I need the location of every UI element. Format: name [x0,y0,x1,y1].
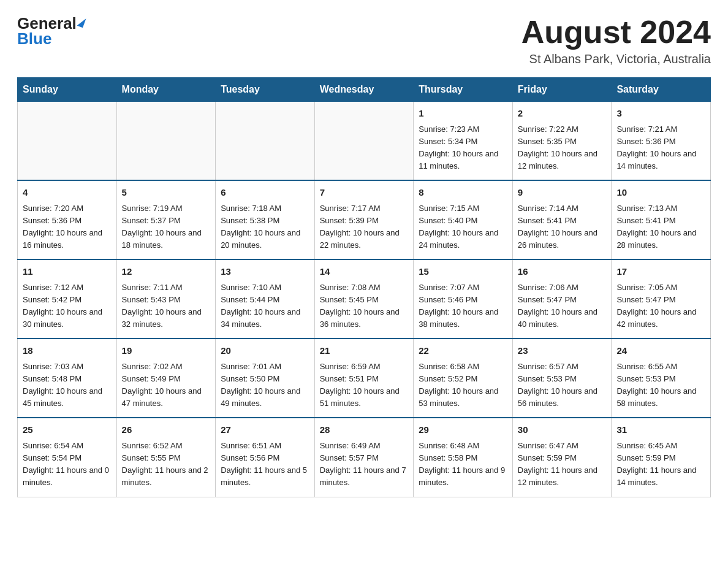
table-row: 10Sunrise: 7:13 AM Sunset: 5:41 PM Dayli… [612,180,711,259]
day-info: Sunrise: 6:49 AM Sunset: 5:57 PM Dayligh… [320,440,409,489]
day-info: Sunrise: 7:12 AM Sunset: 5:42 PM Dayligh… [23,282,112,331]
table-row: 15Sunrise: 7:07 AM Sunset: 5:46 PM Dayli… [414,259,513,339]
table-row: 3Sunrise: 7:21 AM Sunset: 5:36 PM Daylig… [612,102,711,181]
day-info: Sunrise: 7:19 AM Sunset: 5:37 PM Dayligh… [122,202,211,252]
day-number: 19 [122,344,211,358]
header-thursday: Thursday [414,78,513,102]
table-row: 4Sunrise: 7:20 AM Sunset: 5:36 PM Daylig… [18,180,117,259]
day-info: Sunrise: 6:57 AM Sunset: 5:53 PM Dayligh… [518,361,607,410]
day-number: 17 [616,265,705,279]
day-info: Sunrise: 7:10 AM Sunset: 5:44 PM Dayligh… [221,282,309,331]
day-number: 9 [518,186,607,200]
day-number: 26 [122,423,211,437]
day-info: Sunrise: 7:15 AM Sunset: 5:40 PM Dayligh… [419,202,507,252]
day-number: 16 [518,265,607,279]
day-number: 24 [616,344,705,358]
table-row: 23Sunrise: 6:57 AM Sunset: 5:53 PM Dayli… [512,339,612,418]
table-row: 20Sunrise: 7:01 AM Sunset: 5:50 PM Dayli… [216,339,315,418]
location-title: St Albans Park, Victoria, Australia [521,52,711,66]
table-row: 22Sunrise: 6:58 AM Sunset: 5:52 PM Dayli… [414,339,513,418]
day-info: Sunrise: 7:23 AM Sunset: 5:34 PM Dayligh… [419,123,507,173]
day-info: Sunrise: 6:48 AM Sunset: 5:58 PM Dayligh… [419,440,507,489]
day-info: Sunrise: 6:58 AM Sunset: 5:52 PM Dayligh… [419,361,507,410]
table-row: 2Sunrise: 7:22 AM Sunset: 5:35 PM Daylig… [512,102,612,181]
day-info: Sunrise: 7:14 AM Sunset: 5:41 PM Dayligh… [518,202,607,252]
day-info: Sunrise: 7:05 AM Sunset: 5:47 PM Dayligh… [616,282,705,331]
calendar-header-row: Sunday Monday Tuesday Wednesday Thursday… [18,78,711,102]
table-row: 8Sunrise: 7:15 AM Sunset: 5:40 PM Daylig… [414,180,513,259]
table-row: 7Sunrise: 7:17 AM Sunset: 5:39 PM Daylig… [314,180,414,259]
day-info: Sunrise: 7:01 AM Sunset: 5:50 PM Dayligh… [221,361,309,410]
table-row: 14Sunrise: 7:08 AM Sunset: 5:45 PM Dayli… [314,259,414,339]
day-number: 5 [122,186,211,200]
day-info: Sunrise: 7:07 AM Sunset: 5:46 PM Dayligh… [419,282,507,331]
day-number: 20 [221,344,309,358]
day-info: Sunrise: 6:54 AM Sunset: 5:54 PM Dayligh… [23,440,112,489]
day-number: 18 [23,344,112,358]
day-info: Sunrise: 7:03 AM Sunset: 5:48 PM Dayligh… [23,361,112,410]
day-number: 2 [518,107,607,121]
table-row: 24Sunrise: 6:55 AM Sunset: 5:53 PM Dayli… [612,339,711,418]
day-info: Sunrise: 7:20 AM Sunset: 5:36 PM Dayligh… [23,202,112,252]
day-info: Sunrise: 6:51 AM Sunset: 5:56 PM Dayligh… [221,440,309,489]
day-info: Sunrise: 7:17 AM Sunset: 5:39 PM Dayligh… [320,202,409,252]
day-number: 10 [616,186,705,200]
table-row: 25Sunrise: 6:54 AM Sunset: 5:54 PM Dayli… [18,418,117,497]
day-number: 3 [616,107,705,121]
table-row: 5Sunrise: 7:19 AM Sunset: 5:37 PM Daylig… [116,180,216,259]
day-number: 21 [320,344,409,358]
day-info: Sunrise: 7:06 AM Sunset: 5:47 PM Dayligh… [518,282,607,331]
day-number: 28 [320,423,409,437]
day-info: Sunrise: 6:55 AM Sunset: 5:53 PM Dayligh… [616,361,705,410]
day-info: Sunrise: 7:08 AM Sunset: 5:45 PM Dayligh… [320,282,409,331]
day-number: 11 [23,265,112,279]
table-row [216,102,315,181]
header-wednesday: Wednesday [314,78,414,102]
day-number: 30 [518,423,607,437]
table-row: 9Sunrise: 7:14 AM Sunset: 5:41 PM Daylig… [512,180,612,259]
table-row: 6Sunrise: 7:18 AM Sunset: 5:38 PM Daylig… [216,180,315,259]
day-info: Sunrise: 7:18 AM Sunset: 5:38 PM Dayligh… [221,202,309,252]
day-info: Sunrise: 7:11 AM Sunset: 5:43 PM Dayligh… [122,282,211,331]
day-info: Sunrise: 6:52 AM Sunset: 5:55 PM Dayligh… [122,440,211,489]
table-row: 13Sunrise: 7:10 AM Sunset: 5:44 PM Dayli… [216,259,315,339]
day-number: 13 [221,265,309,279]
header-monday: Monday [116,78,216,102]
header-saturday: Saturday [612,78,711,102]
calendar-week-row: 25Sunrise: 6:54 AM Sunset: 5:54 PM Dayli… [18,418,711,497]
page-header: General Blue August 2024 St Albans Park,… [17,15,711,66]
day-number: 23 [518,344,607,358]
day-number: 31 [616,423,705,437]
day-number: 27 [221,423,309,437]
day-number: 25 [23,423,112,437]
table-row: 21Sunrise: 6:59 AM Sunset: 5:51 PM Dayli… [314,339,414,418]
header-sunday: Sunday [18,78,117,102]
day-number: 4 [23,186,112,200]
day-info: Sunrise: 6:45 AM Sunset: 5:59 PM Dayligh… [616,440,705,489]
table-row: 26Sunrise: 6:52 AM Sunset: 5:55 PM Dayli… [116,418,216,497]
day-info: Sunrise: 7:13 AM Sunset: 5:41 PM Dayligh… [616,202,705,252]
month-title: August 2024 [521,15,711,50]
table-row [314,102,414,181]
table-row: 16Sunrise: 7:06 AM Sunset: 5:47 PM Dayli… [512,259,612,339]
table-row: 17Sunrise: 7:05 AM Sunset: 5:47 PM Dayli… [612,259,711,339]
calendar-week-row: 18Sunrise: 7:03 AM Sunset: 5:48 PM Dayli… [18,339,711,418]
day-info: Sunrise: 6:47 AM Sunset: 5:59 PM Dayligh… [518,440,607,489]
table-row: 29Sunrise: 6:48 AM Sunset: 5:58 PM Dayli… [414,418,513,497]
table-row: 11Sunrise: 7:12 AM Sunset: 5:42 PM Dayli… [18,259,117,339]
table-row: 28Sunrise: 6:49 AM Sunset: 5:57 PM Dayli… [314,418,414,497]
logo-blue: Blue [17,30,85,48]
logo-triangle-icon [77,17,86,28]
day-number: 22 [419,344,507,358]
day-number: 15 [419,265,507,279]
calendar-week-row: 11Sunrise: 7:12 AM Sunset: 5:42 PM Dayli… [18,259,711,339]
table-row [18,102,117,181]
header-friday: Friday [512,78,612,102]
day-number: 14 [320,265,409,279]
table-row: 30Sunrise: 6:47 AM Sunset: 5:59 PM Dayli… [512,418,612,497]
day-number: 12 [122,265,211,279]
table-row [116,102,216,181]
header-tuesday: Tuesday [216,78,315,102]
table-row: 27Sunrise: 6:51 AM Sunset: 5:56 PM Dayli… [216,418,315,497]
table-row: 18Sunrise: 7:03 AM Sunset: 5:48 PM Dayli… [18,339,117,418]
